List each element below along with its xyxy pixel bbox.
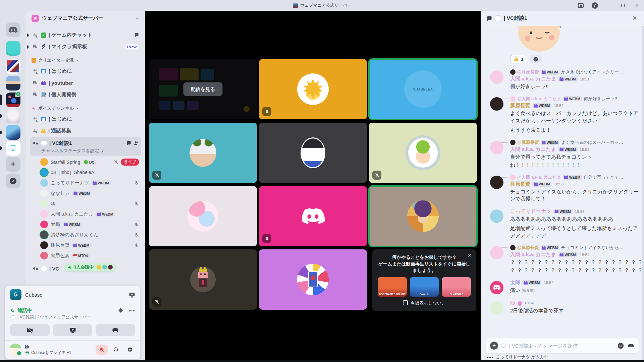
disconnect-call-icon[interactable] [128,307,135,314]
voice-member[interactable]: 食用色素 MTR4 [29,250,142,261]
discord-home-button[interactable] [6,22,20,37]
voice-member[interactable]: 清楚枠のあざりんくん@ななもり。... [29,230,142,240]
message-composer[interactable]: + [486,338,639,353]
category-creator[interactable]: ▲ クリエイター交流 [30,56,141,65]
minimize-button[interactable]: – [604,1,613,9]
message-list[interactable]: 1 @豚原長賢 WEBM かき氷ではなくアイスクリー… 人間 a.k.a. カニ… [481,26,644,336]
voice-channel-call-recruit[interactable]: | 通話募集 [30,125,141,136]
voice-member[interactable]: 03［!shc］ShabeleA [29,167,142,178]
screenshare-button[interactable] [53,324,93,336]
call-location[interactable]: | VC雑談1 / ウェブマニア公式サーバー [10,314,135,320]
chat-message[interactable]: @豚原長賢 WEBM よく食べるのはスーパーカッ… 人間 a.k.a. カニたま… [481,139,639,169]
reply-mention[interactable]: @豚原長賢 [517,69,539,75]
video-tile[interactable] [369,123,477,183]
user-activity: Cubaseをプレイ中 +1 [25,350,92,356]
add-server-button[interactable]: + [6,157,20,172]
server-icon-easel-selected[interactable] [6,141,20,156]
chat-message[interactable]: 太郎 WEBM 18:54 痛い(編集済) [481,280,639,294]
chat-message[interactable]: @人間 a.k.a. カニたま WEBM 自分で買ってきて… 豚原長賢 WEBM… [481,174,639,203]
close-icon[interactable]: ✕ [631,14,639,22]
voice-member[interactable]: 人間 a.k.a. カニたま WEBM [29,209,142,219]
reply-mention[interactable]: @豚原長賢 [517,245,539,251]
maximize-button[interactable] [619,1,627,9]
video-tile-stream[interactable]: 配信を見る [149,59,257,119]
close-button[interactable]: ✕ [633,1,641,9]
chat-message[interactable]: @豚原長賢 WEBM かき氷ではなくアイスクリー… 人間 a.k.a. カニたま… [481,69,639,90]
activities-button[interactable] [96,324,135,336]
video-tile[interactable] [149,249,257,310]
chat-message[interactable]: @豚原長賢 WEBM チョコミントアイスないから… 人間 a.k.a. カニたま… [481,245,639,274]
channel-game-chat[interactable]: ✓ | ゲーム内チャット [30,29,141,41]
close-icon[interactable]: ✕ [466,252,473,259]
channel-youtuber[interactable]: | youtuber [30,77,141,88]
video-tile[interactable] [259,249,367,310]
server-icon-art[interactable] [6,59,20,74]
chat-message[interactable]: ゆ 18:56 2日後部活の本番で死す [481,300,639,315]
video-tile-discord[interactable] [259,186,367,246]
author-name[interactable]: 人間 a.k.a. カニたま [510,76,556,82]
chat-bubble-icon[interactable] [126,140,131,146]
reply-mention[interactable]: @人間 a.k.a. カニたま [517,96,561,102]
server-icon-miku[interactable] [6,125,20,140]
mic-mute-toggle[interactable] [96,345,108,355]
deafen-toggle[interactable] [110,345,122,355]
author-name[interactable]: 豚原長賢 [510,103,530,109]
attach-plus-icon[interactable]: + [490,342,498,350]
voice-member[interactable]: 太郎 WEBM [29,219,142,230]
category-voice[interactable]: ボイスチャンネル [30,104,141,113]
video-tile[interactable] [149,123,257,183]
author-name[interactable]: 人間 a.k.a. カニたま [510,251,556,258]
voice-member[interactable]: Starfall Spring DC ライブ [29,157,142,167]
dismiss-checkbox[interactable] [403,300,408,305]
voice-member[interactable]: ななしぃ WEBM [29,188,142,198]
reply-mention[interactable]: @人間 a.k.a. カニたま [517,174,561,180]
channel-status-setter[interactable]: チャンネルステータスを設定 [32,147,139,154]
voice-member[interactable]: こってりドーナツ WEBM [29,178,142,188]
person-add-icon[interactable] [133,140,139,146]
channel-minecraft-board[interactable]: | マイクラ掲示板 1New [30,41,141,52]
game-thumb-codenames[interactable]: CODENAMES ONLINE [378,277,407,297]
watch-stream-button[interactable]: 配信を見る [183,82,222,96]
camera-button[interactable] [10,324,50,336]
add-reaction-button[interactable] [530,55,542,63]
activities-icon[interactable] [627,343,635,349]
reaction-thumbsup[interactable]: 1 [510,55,527,63]
voice-channel-hajimeni[interactable]: | はじめに [30,114,141,125]
voice-member[interactable]: ゆ [29,198,142,209]
voice-member[interactable]: 豚原長賢 WEBM [29,240,142,250]
server-icon-suit[interactable] [6,76,20,90]
video-tile-speaking[interactable]: SHABELEA [369,59,477,119]
video-tile[interactable] [149,186,257,246]
user-avatar[interactable] [9,344,21,356]
noise-suppression-icon[interactable] [117,308,123,313]
author-name[interactable]: 人間 a.k.a. カニたま [510,146,556,153]
explore-servers-button[interactable] [6,174,20,188]
emoji-picker-icon[interactable] [617,342,624,349]
author-name[interactable]: 太郎 [510,280,520,286]
channel-indie-dev[interactable]: | 個人開発勢 [30,89,141,100]
video-tile-speaking[interactable] [369,186,477,246]
video-tile[interactable] [259,123,367,183]
scrollbar[interactable] [642,26,644,362]
message-input[interactable] [509,343,614,349]
server-header[interactable]: ウェブマニア公式サーバー [26,11,145,26]
channel-hajimeni[interactable]: | はじめに [30,66,141,77]
author-name[interactable]: ゆ [510,300,515,306]
game-thumb-blazing8[interactable]: BLAZING 8 [442,277,471,297]
chat-message[interactable]: @人間 a.k.a. カニたま WEBM 何が好きぃーッ!! 豚原長賢 WEBM… [481,96,639,134]
settings-gear-icon[interactable] [124,345,136,355]
voice-channel-vc-zatsudan1[interactable]: | VC雑談1 チャンネルステータスを設定 [30,137,141,156]
help-icon[interactable]: ? [590,1,599,9]
author-name[interactable]: 豚原長賢 [510,181,530,187]
chat-message[interactable]: こってりドーナツ WEBM 18:53 ああああああああああああああああああああ… [481,208,639,239]
author-name[interactable]: こってりドーナツ [510,208,551,215]
voice-channel-vc2[interactable]: | VC 3人会話中 [32,263,140,274]
game-thumb-poxelio[interactable]: Poxel.io [410,277,439,297]
server-icon-anime-girl[interactable] [6,109,20,123]
reply-mention[interactable]: @豚原長賢 [517,139,539,145]
pip-icon[interactable] [576,1,585,9]
video-tile[interactable] [259,59,367,119]
talking-count-pill: 3人会話中 [64,263,116,272]
stream-activity-icon[interactable] [129,292,135,298]
server-icon-teal-blob[interactable] [6,41,20,56]
